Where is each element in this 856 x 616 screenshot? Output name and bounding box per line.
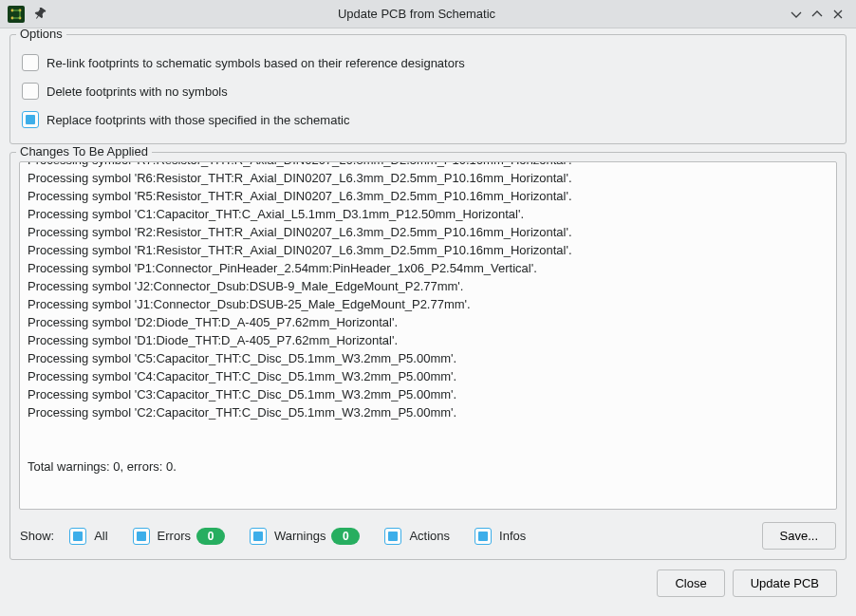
errors-count-badge: 0 [196,528,225,545]
filter-all-label: All [94,529,107,543]
replace-label: Replace footprints with those specified … [47,113,349,127]
filter-errors-checkbox[interactable] [133,528,150,545]
changes-group: Changes To Be Applied Processing symbol … [9,152,847,560]
window-title: Update PCB from Schematic [47,7,786,21]
relink-label: Re-link footprints to schematic symbols … [47,56,465,70]
filter-row: Show: All Errors 0 Warnings 0 Actions [10,518,846,559]
save-button[interactable]: Save... [762,522,836,550]
maximize-icon[interactable] [807,4,828,25]
svg-rect-0 [8,6,25,23]
filter-infos-label: Infos [499,529,526,543]
filter-actions-checkbox[interactable] [384,528,401,545]
filter-warnings-checkbox[interactable] [250,528,267,545]
relink-checkbox[interactable] [22,54,39,71]
filter-actions-label: Actions [409,529,450,543]
titlebar: Update PCB from Schematic [0,0,856,28]
close-icon[interactable] [828,4,848,25]
changes-legend: Changes To Be Applied [16,144,152,159]
filter-infos-checkbox[interactable] [475,528,492,545]
pin-icon[interactable] [32,7,47,22]
warnings-count-badge: 0 [331,528,360,545]
log-output[interactable]: Processing symbol 'R7:Resistor_THT:R_Axi… [19,161,837,510]
filter-warnings-label: Warnings [274,529,326,543]
app-icon [8,6,25,23]
show-label: Show: [20,529,54,543]
filter-errors-label: Errors [158,529,191,543]
dialog-buttons: Close Update PCB [9,569,847,607]
delete-checkbox[interactable] [22,83,39,100]
replace-checkbox[interactable] [22,111,39,128]
filter-all-checkbox[interactable] [69,528,86,545]
close-button[interactable]: Close [657,569,724,597]
update-pcb-button[interactable]: Update PCB [733,569,837,597]
minimize-icon[interactable] [786,4,807,25]
delete-label: Delete footprints with no symbols [47,84,228,99]
options-group: Options Re-link footprints to schematic … [9,34,847,144]
options-legend: Options [16,28,66,41]
